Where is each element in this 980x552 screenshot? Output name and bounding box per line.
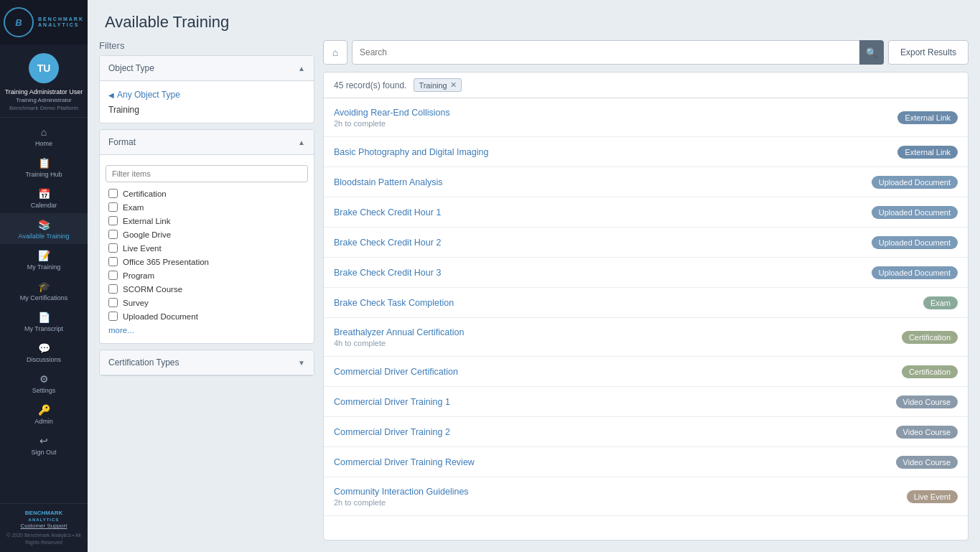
- result-title[interactable]: Breathalyzer Annual Certification: [334, 327, 464, 337]
- result-item[interactable]: Brake Check Task Completion Exam: [324, 288, 968, 318]
- search-home-button[interactable]: ⌂: [323, 40, 347, 65]
- checkbox-label: Certification: [123, 190, 167, 198]
- result-badge: Live Event: [907, 490, 958, 503]
- search-input[interactable]: [352, 40, 884, 65]
- sidebar-item-my-transcript[interactable]: 📄My Transcript: [0, 306, 88, 337]
- my-certifications-icon: 🎓: [38, 281, 50, 292]
- format-checkbox-live-event[interactable]: Live Event: [100, 241, 314, 255]
- result-title[interactable]: Brake Check Task Completion: [334, 298, 454, 308]
- result-title[interactable]: Brake Check Credit Hour 3: [334, 268, 441, 278]
- format-checkbox-exam[interactable]: Exam: [100, 200, 314, 214]
- results-count-bar: 45 record(s) found. Training ✕: [323, 72, 969, 98]
- result-item[interactable]: Commercial Driver Training 2 Video Cours…: [324, 417, 968, 447]
- checkbox-input[interactable]: [108, 189, 118, 198]
- sidebar-item-my-certifications[interactable]: 🎓My Certifications: [0, 275, 88, 306]
- sidebar-item-my-training[interactable]: 📝My Training: [0, 244, 88, 275]
- format-checkbox-survey[interactable]: Survey: [100, 296, 314, 309]
- result-item[interactable]: Brake Check Credit Hour 2 Uploaded Docum…: [324, 228, 968, 258]
- sidebar-item-label: Sign Out: [31, 449, 56, 456]
- result-item[interactable]: Community Interaction Guidelines 2h to c…: [324, 477, 968, 516]
- sidebar-item-training-hub[interactable]: 📋Training Hub: [0, 151, 88, 182]
- result-item-left: Commercial Driver Training 2: [334, 426, 896, 437]
- result-badge: Uploaded Document: [872, 206, 958, 219]
- results-panel: ⌂ 🔍 Export Results 45 record(s) found. T…: [323, 40, 969, 541]
- result-item[interactable]: Brake Check Credit Hour 3 Uploaded Docum…: [324, 258, 968, 288]
- result-title[interactable]: Commercial Driver Training Review: [334, 457, 475, 467]
- brand-line1: BENCHMARK: [38, 17, 84, 22]
- result-item[interactable]: Commercial Driver Training Review Video …: [324, 447, 968, 477]
- result-item[interactable]: Bloodstain Pattern Analysis Uploaded Doc…: [324, 167, 968, 197]
- admin-icon: 🔑: [38, 404, 50, 416]
- filter-object-type-header[interactable]: Object Type ▲: [100, 56, 314, 81]
- filter-format-toggle: ▲: [298, 139, 305, 146]
- result-item[interactable]: Avoiding Rear-End Collisions 2h to compl…: [324, 98, 968, 137]
- sidebar-item-available-training[interactable]: 📚Available Training: [0, 213, 88, 244]
- format-checkbox-scorm-course[interactable]: SCORM Course: [100, 282, 314, 296]
- result-title[interactable]: Basic Photography and Digital Imaging: [334, 147, 488, 157]
- result-title[interactable]: Brake Check Credit Hour 2: [334, 238, 441, 248]
- result-badge: Uploaded Document: [872, 176, 958, 189]
- format-checkbox-google-drive[interactable]: Google Drive: [100, 228, 314, 241]
- any-object-type-link[interactable]: ◀ Any Object Type: [100, 87, 314, 103]
- checkbox-input[interactable]: [108, 298, 118, 307]
- filter-cert-types-toggle: ▼: [298, 359, 305, 367]
- nav-items: ⌂Home📋Training Hub📅Calendar📚Available Tr…: [0, 118, 88, 504]
- user-platform: Benchmark Demo Platform: [4, 105, 83, 111]
- active-filter-tag-training: Training ✕: [414, 78, 461, 92]
- sidebar-item-calendar[interactable]: 📅Calendar: [0, 182, 88, 213]
- result-title[interactable]: Brake Check Credit Hour 1: [334, 207, 441, 217]
- checkbox-input[interactable]: [108, 202, 118, 212]
- filter-cert-types-header[interactable]: Certification Types ▼: [100, 350, 314, 375]
- brand-name: BENCHMARK ANALYTICS: [38, 17, 84, 29]
- result-item[interactable]: Commercial Driver Training 1 Video Cours…: [324, 387, 968, 417]
- result-item[interactable]: Brake Check Credit Hour 1 Uploaded Docum…: [324, 197, 968, 228]
- sidebar-item-admin[interactable]: 🔑Admin: [0, 398, 88, 429]
- checkbox-input[interactable]: [108, 243, 118, 253]
- sidebar-item-home[interactable]: ⌂Home: [0, 121, 88, 151]
- result-title[interactable]: Commercial Driver Training 2: [334, 427, 450, 437]
- my-transcript-icon: 📄: [38, 312, 50, 323]
- result-title[interactable]: Community Interaction Guidelines: [334, 487, 469, 497]
- format-checkbox-office-365-presentation[interactable]: Office 365 Presentation: [100, 255, 314, 268]
- format-checkbox-certification[interactable]: Certification: [100, 187, 314, 200]
- result-title[interactable]: Avoiding Rear-End Collisions: [334, 108, 450, 118]
- sidebar-item-sign-out[interactable]: ↩Sign Out: [0, 429, 88, 460]
- sidebar: B BENCHMARK ANALYTICS TU Training Admini…: [0, 0, 88, 552]
- logo-icon: B: [15, 17, 22, 28]
- checkbox-input[interactable]: [108, 312, 118, 321]
- result-title[interactable]: Bloodstain Pattern Analysis: [334, 177, 442, 187]
- result-item[interactable]: Basic Photography and Digital Imaging Ex…: [324, 137, 968, 167]
- result-badge: Certification: [902, 365, 958, 378]
- export-results-button[interactable]: Export Results: [888, 40, 969, 65]
- format-filter-search[interactable]: [106, 165, 308, 182]
- result-item-left: Community Interaction Guidelines 2h to c…: [334, 486, 907, 507]
- sidebar-item-settings[interactable]: ⚙Settings: [0, 368, 88, 398]
- filters-panel: Filters Object Type ▲ ◀ Any Object Type …: [99, 40, 314, 541]
- checkbox-input[interactable]: [108, 257, 118, 266]
- format-checkboxes: CertificationExamExternal LinkGoogle Dri…: [100, 187, 314, 323]
- result-title[interactable]: Commercial Driver Training 1: [334, 397, 450, 407]
- checkbox-input[interactable]: [108, 216, 118, 225]
- page-title: Available Training: [105, 13, 963, 32]
- any-object-type-label: Any Object Type: [117, 90, 180, 100]
- sidebar-item-label: My Certifications: [20, 294, 68, 301]
- customer-support-link[interactable]: Customer Support: [6, 523, 82, 529]
- search-submit-button[interactable]: 🔍: [859, 40, 884, 65]
- sidebar-item-discussions[interactable]: 💬Discussions: [0, 337, 88, 368]
- tag-remove-button[interactable]: ✕: [450, 80, 457, 90]
- result-title[interactable]: Commercial Driver Certification: [334, 367, 458, 377]
- format-checkbox-external-link[interactable]: External Link: [100, 214, 314, 228]
- result-item[interactable]: Breathalyzer Annual Certification 4h to …: [324, 318, 968, 357]
- format-checkbox-uploaded-document[interactable]: Uploaded Document: [100, 309, 314, 323]
- search-bar: ⌂ 🔍 Export Results: [323, 40, 969, 65]
- format-checkbox-program[interactable]: Program: [100, 268, 314, 282]
- result-item-left: Commercial Driver Training Review: [334, 457, 896, 467]
- checkbox-input[interactable]: [108, 284, 118, 294]
- filter-format-header[interactable]: Format ▲: [100, 130, 314, 155]
- checkbox-input[interactable]: [108, 271, 118, 280]
- format-more-link[interactable]: more...: [100, 323, 314, 337]
- result-badge: Video Course: [896, 426, 958, 439]
- checkbox-input[interactable]: [108, 230, 118, 239]
- checkbox-label: Office 365 Presentation: [123, 258, 209, 266]
- result-item[interactable]: Commercial Driver Certification Certific…: [324, 357, 968, 387]
